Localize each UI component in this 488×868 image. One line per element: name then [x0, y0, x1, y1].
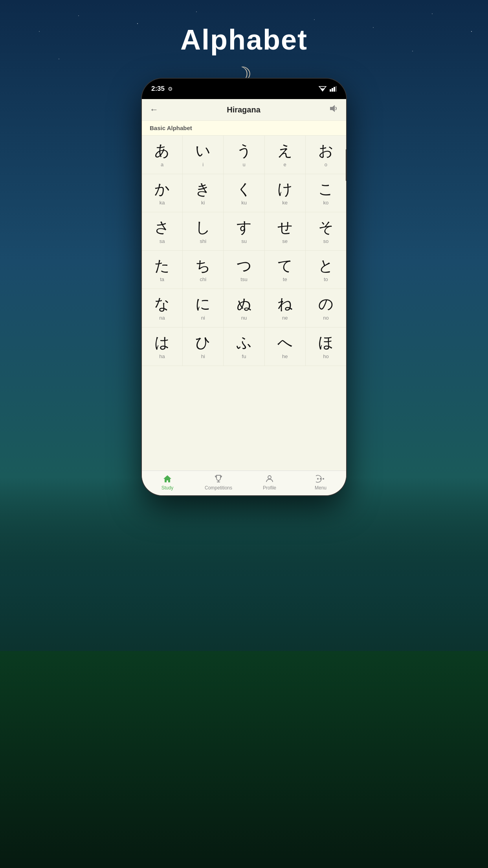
nav-profile[interactable]: Profile — [244, 474, 295, 491]
alphabet-cell[interactable]: すsu — [224, 212, 264, 250]
status-left: 2:35 ⚙ — [151, 85, 173, 93]
romaji-text: tsu — [240, 276, 247, 282]
back-button[interactable]: ← — [150, 105, 158, 115]
alphabet-cell[interactable]: ふfu — [224, 327, 264, 366]
grass — [0, 651, 488, 868]
kana-character: は — [154, 334, 170, 352]
alphabet-cell[interactable]: くku — [224, 174, 264, 212]
kana-character: さ — [154, 219, 170, 237]
kana-character: う — [237, 142, 252, 160]
kana-character: ぬ — [237, 295, 252, 313]
kana-character: お — [318, 142, 334, 160]
romaji-text: chi — [200, 276, 206, 282]
alphabet-cell[interactable]: けke — [265, 174, 306, 212]
romaji-text: ka — [160, 200, 165, 206]
alphabet-row: あaいiうuえeおo — [142, 136, 346, 174]
kana-character: そ — [318, 219, 334, 237]
alphabet-row: はhaひhiふfuへheほho — [142, 327, 346, 366]
alphabet-cell[interactable]: たta — [142, 251, 183, 289]
menu-dots-icon — [316, 474, 325, 484]
alphabet-cell[interactable]: なna — [142, 289, 183, 327]
alphabet-cell[interactable]: せse — [265, 212, 306, 250]
status-bar: 2:35 ⚙ — [142, 79, 346, 99]
alphabet-cell[interactable]: ちchi — [183, 251, 224, 289]
romaji-text: ku — [241, 200, 247, 206]
svg-rect-4 — [334, 87, 335, 92]
alphabet-cell[interactable]: つtsu — [224, 251, 264, 289]
nav-menu[interactable]: Menu — [295, 474, 346, 491]
alphabet-cell[interactable]: おo — [306, 136, 346, 174]
alphabet-cell[interactable]: きki — [183, 174, 224, 212]
alphabet-cell[interactable]: さsa — [142, 212, 183, 250]
svg-marker-6 — [330, 105, 335, 112]
nav-study-label: Study — [161, 485, 174, 491]
alphabet-cell[interactable]: ねne — [265, 289, 306, 327]
svg-rect-3 — [332, 88, 333, 92]
romaji-text: to — [324, 276, 328, 282]
nav-menu-label: Menu — [315, 485, 327, 491]
svg-point-12 — [323, 478, 324, 480]
bottom-nav: Study Competitions Profile — [142, 471, 346, 495]
section-label: Basic Alphabet — [142, 121, 346, 136]
alphabet-cell[interactable]: ほho — [306, 327, 346, 366]
alphabet-cell[interactable]: えe — [265, 136, 306, 174]
kana-character: し — [195, 219, 211, 237]
alphabet-cell[interactable]: へhe — [265, 327, 306, 366]
nav-study[interactable]: Study — [142, 474, 193, 491]
kana-character: つ — [237, 257, 252, 275]
alphabet-cell[interactable]: とto — [306, 251, 346, 289]
alphabet-cell[interactable]: うu — [224, 136, 264, 174]
romaji-text: se — [282, 238, 288, 244]
romaji-text: ta — [160, 276, 164, 282]
alphabet-cell[interactable]: かka — [142, 174, 183, 212]
romaji-text: ha — [159, 353, 165, 359]
romaji-text: no — [323, 315, 328, 321]
kana-character: え — [277, 142, 293, 160]
nav-profile-label: Profile — [263, 485, 276, 491]
romaji-text: ko — [323, 200, 329, 206]
romaji-text: sa — [160, 238, 165, 244]
kana-character: い — [195, 142, 211, 160]
power-button — [346, 149, 346, 181]
status-right — [319, 86, 337, 92]
romaji-text: he — [282, 353, 288, 359]
svg-rect-5 — [336, 86, 337, 92]
alphabet-cell[interactable]: ひhi — [183, 327, 224, 366]
romaji-text: i — [202, 162, 204, 167]
alphabet-cell[interactable]: こko — [306, 174, 346, 212]
alphabet-cell[interactable]: そso — [306, 212, 346, 250]
alphabet-cell[interactable]: あa — [142, 136, 183, 174]
alphabet-cell[interactable]: てte — [265, 251, 306, 289]
screen-title: Hiragana — [227, 105, 261, 114]
romaji-text: fu — [242, 353, 246, 359]
romaji-text: u — [242, 162, 245, 167]
romaji-text: ne — [282, 315, 288, 321]
alphabet-row: なnaにniぬnuねneのno — [142, 289, 346, 327]
nav-competitions[interactable]: Competitions — [193, 474, 244, 491]
alphabet-cell[interactable]: しshi — [183, 212, 224, 250]
alphabet-cell[interactable]: はha — [142, 327, 183, 366]
alphabet-row: かkaきkiくkuけkeこko — [142, 174, 346, 213]
alphabet-cell[interactable]: のno — [306, 289, 346, 327]
kana-character: ほ — [318, 334, 334, 352]
kana-character: ち — [195, 257, 211, 275]
alphabet-row: たtaちchiつtsuてteとto — [142, 251, 346, 289]
alphabet-cell[interactable]: いi — [183, 136, 224, 174]
kana-character: に — [195, 295, 211, 313]
kana-character: な — [154, 295, 170, 313]
kana-character: へ — [277, 334, 293, 352]
sound-button[interactable] — [329, 105, 338, 115]
trophy-icon — [214, 474, 223, 484]
phone-screen: ← Hiragana Basic Alphabet あaいiうuえeおoかkaき… — [142, 99, 346, 495]
alphabet-cell[interactable]: にni — [183, 289, 224, 327]
nav-competitions-label: Competitions — [205, 485, 232, 491]
kana-character: せ — [277, 219, 293, 237]
kana-character: ひ — [195, 334, 211, 352]
signal-icon — [330, 86, 337, 92]
romaji-text: ki — [201, 200, 205, 206]
kana-character: と — [318, 257, 334, 275]
kana-character: ね — [277, 295, 293, 313]
alphabet-cell[interactable]: ぬnu — [224, 289, 264, 327]
romaji-text: na — [159, 315, 165, 321]
kana-character: て — [277, 257, 293, 275]
